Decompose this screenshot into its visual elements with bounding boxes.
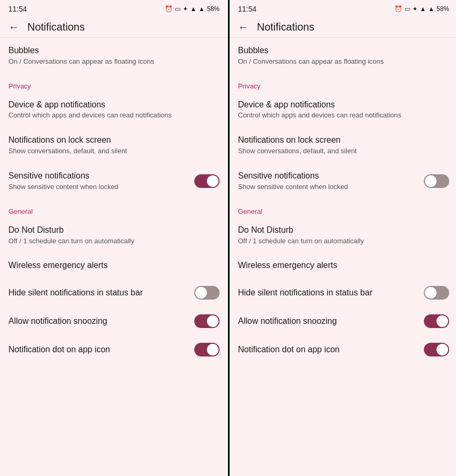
bubbles-title-right: Bubbles xyxy=(238,45,449,56)
bluetooth-icon-r: ✦ xyxy=(412,5,418,13)
hide-silent-toggle-left[interactable] xyxy=(194,286,220,300)
bubbles-title-left: Bubbles xyxy=(8,45,220,56)
status-icons-right: ⏰ ▭ ✦ ▲ ▲ 58% xyxy=(394,5,449,13)
alarm-icon: ⏰ xyxy=(165,5,173,13)
hide-silent-title-right: Hide silent notifications in status bar xyxy=(238,287,418,299)
dnd-item-right[interactable]: Do Not Disturb Off / 1 schedule can turn… xyxy=(230,217,456,253)
signal-icon-r: ▲ xyxy=(428,5,434,13)
notification-dot-toggle-knob-right xyxy=(437,344,448,355)
allow-snoozing-toggle-left[interactable] xyxy=(194,314,220,328)
page-title-right: Notifications xyxy=(257,21,314,33)
content-right: Bubbles On / Conversations can appear as… xyxy=(230,38,456,476)
wifi-icon-r: ▲ xyxy=(420,5,426,13)
notification-dot-title-left: Notification dot on app icon xyxy=(8,344,188,355)
allow-snoozing-toggle-right[interactable] xyxy=(424,314,449,328)
phone-panel-left: 11:54 ⏰ ▭ ✦ ▲ ▲ 58% ← Notifications Bubb… xyxy=(0,0,228,476)
status-time-right: 11:54 xyxy=(238,5,256,13)
signal-icon: ▲ xyxy=(199,5,205,13)
hide-silent-toggle-knob-right xyxy=(425,287,437,299)
status-bar-right: 11:54 ⏰ ▭ ✦ ▲ ▲ 58% xyxy=(230,0,456,17)
bubbles-subtitle-right: On / Conversations can appear as floatin… xyxy=(238,57,449,66)
notification-dot-item-left[interactable]: Notification dot on app icon xyxy=(0,335,228,364)
allow-snoozing-item-right[interactable]: Allow notification snoozing xyxy=(230,307,456,335)
dnd-subtitle-left: Off / 1 schedule can turn on automatical… xyxy=(8,237,220,246)
lock-screen-title-right: Notifications on lock screen xyxy=(238,135,449,146)
hide-silent-item-left[interactable]: Hide silent notifications in status bar xyxy=(0,279,228,307)
phone-panel-right: 11:54 ⏰ ▭ ✦ ▲ ▲ 58% ← Notifications Bubb… xyxy=(230,0,456,476)
notification-dot-toggle-left[interactable] xyxy=(194,343,220,356)
sensitive-notifications-subtitle-left: Show sensitive content when locked xyxy=(8,183,188,192)
sensitive-notifications-subtitle-right: Show sensitive content when locked xyxy=(238,183,418,192)
status-icons-left: ⏰ ▭ ✦ ▲ ▲ 58% xyxy=(165,5,220,13)
sensitive-toggle-right[interactable] xyxy=(424,174,449,188)
device-notifications-subtitle-right: Control which apps and devices can read … xyxy=(238,111,449,120)
hide-silent-item-right[interactable]: Hide silent notifications in status bar xyxy=(230,279,456,307)
bubbles-subtitle-left: On / Conversations can appear as floatin… xyxy=(8,57,220,66)
device-notifications-subtitle-left: Control which apps and devices can read … xyxy=(8,111,220,120)
notification-dot-item-right[interactable]: Notification dot on app icon xyxy=(230,335,456,364)
sensitive-notifications-title-left: Sensitive notifications xyxy=(8,171,188,182)
status-time-left: 11:54 xyxy=(8,5,27,13)
page-title-left: Notifications xyxy=(27,21,85,33)
wifi-icon: ▲ xyxy=(190,5,196,13)
back-button-left[interactable]: ← xyxy=(8,21,19,33)
bubbles-item-left[interactable]: Bubbles On / Conversations can appear as… xyxy=(0,38,228,74)
bluetooth-icon: ✦ xyxy=(183,5,188,13)
notification-dot-title-right: Notification dot on app icon xyxy=(238,344,418,355)
allow-snoozing-item-left[interactable]: Allow notification snoozing xyxy=(0,307,228,335)
hide-silent-title-left: Hide silent notifications in status bar xyxy=(8,287,188,299)
sensitive-notifications-item-left[interactable]: Sensitive notifications Show sensitive c… xyxy=(0,163,228,199)
allow-snoozing-toggle-knob-left xyxy=(207,315,219,327)
dnd-subtitle-right: Off / 1 schedule can turn on automatical… xyxy=(238,237,449,246)
notification-dot-toggle-right[interactable] xyxy=(424,343,449,356)
hide-silent-toggle-knob-left xyxy=(195,287,207,299)
sensitive-toggle-left[interactable] xyxy=(194,174,220,188)
dnd-title-left: Do Not Disturb xyxy=(8,225,220,236)
device-notifications-item-left[interactable]: Device & app notifications Control which… xyxy=(0,92,228,128)
alarm-icon-r: ⏰ xyxy=(394,5,402,13)
device-notifications-title-left: Device & app notifications xyxy=(8,100,220,111)
lock-screen-item-right[interactable]: Notifications on lock screen Show conver… xyxy=(230,127,456,163)
back-button-right[interactable]: ← xyxy=(238,21,249,33)
device-notifications-item-right[interactable]: Device & app notifications Control which… xyxy=(230,92,456,128)
wireless-alerts-item-right[interactable]: Wireless emergency alerts xyxy=(230,253,456,279)
dnd-title-right: Do Not Disturb xyxy=(238,225,449,236)
battery-text-left: 58% xyxy=(207,5,220,13)
notification-dot-toggle-knob-left xyxy=(207,344,219,355)
screen-icon: ▭ xyxy=(175,5,181,13)
sensitive-toggle-knob-right xyxy=(425,175,437,187)
sensitive-toggle-knob-left xyxy=(207,175,219,187)
bubbles-item-right[interactable]: Bubbles On / Conversations can appear as… xyxy=(230,38,456,74)
lock-screen-subtitle-left: Show conversations, default, and silent xyxy=(8,147,220,156)
privacy-header-left: Privacy xyxy=(0,74,228,92)
allow-snoozing-title-left: Allow notification snoozing xyxy=(8,316,188,327)
lock-screen-subtitle-right: Show conversations, default, and silent xyxy=(238,147,449,156)
content-left: Bubbles On / Conversations can appear as… xyxy=(0,38,228,476)
allow-snoozing-title-right: Allow notification snoozing xyxy=(238,316,418,327)
general-header-right: General xyxy=(230,199,456,217)
status-bar-left: 11:54 ⏰ ▭ ✦ ▲ ▲ 58% xyxy=(0,0,228,17)
general-header-left: General xyxy=(0,199,228,217)
wireless-alerts-item-left[interactable]: Wireless emergency alerts xyxy=(0,253,228,279)
wireless-alerts-title-left: Wireless emergency alerts xyxy=(8,260,220,271)
wireless-alerts-title-right: Wireless emergency alerts xyxy=(238,260,449,271)
hide-silent-toggle-right[interactable] xyxy=(424,286,449,300)
screen-icon-r: ▭ xyxy=(404,5,410,13)
sensitive-notifications-item-right[interactable]: Sensitive notifications Show sensitive c… xyxy=(230,163,456,199)
dnd-item-left[interactable]: Do Not Disturb Off / 1 schedule can turn… xyxy=(0,217,228,253)
lock-screen-item-left[interactable]: Notifications on lock screen Show conver… xyxy=(0,127,228,163)
battery-text-right: 58% xyxy=(437,5,449,13)
lock-screen-title-left: Notifications on lock screen xyxy=(8,135,220,146)
sensitive-notifications-title-right: Sensitive notifications xyxy=(238,171,418,182)
device-notifications-title-right: Device & app notifications xyxy=(238,100,449,111)
top-bar-right: ← Notifications xyxy=(230,17,456,38)
privacy-header-right: Privacy xyxy=(230,74,456,92)
top-bar-left: ← Notifications xyxy=(0,17,228,38)
allow-snoozing-toggle-knob-right xyxy=(437,315,448,327)
